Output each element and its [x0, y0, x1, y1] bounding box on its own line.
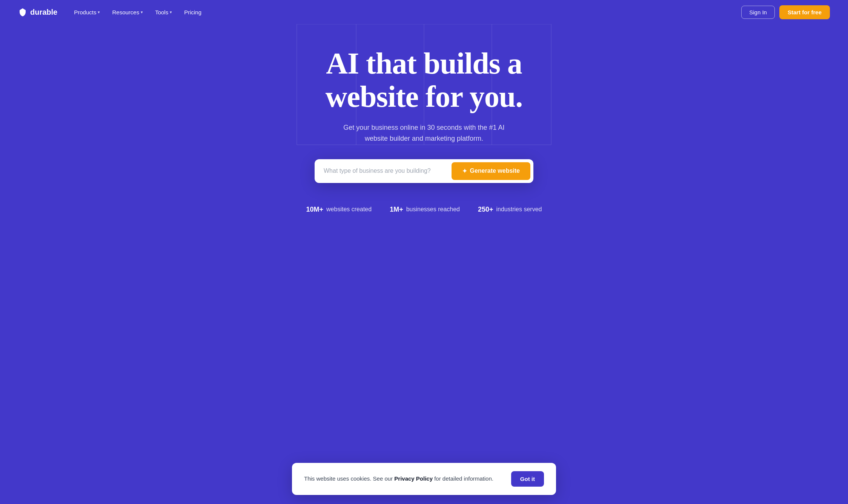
stat-industries: 250+ industries served — [478, 206, 542, 214]
hero-title: AI that builds a website for you. — [292, 47, 556, 113]
hero-content: AI that builds a website for you. Get yo… — [0, 47, 848, 214]
nav-products[interactable]: Products ▾ — [69, 6, 104, 18]
signin-button[interactable]: Sign In — [741, 6, 775, 19]
hero-section: .grid-line { stroke: rgba(255,255,255,0.… — [0, 24, 848, 244]
cookie-text: This website uses cookies. See our Priva… — [304, 475, 499, 483]
stat-websites: 10M+ websites created — [306, 206, 372, 214]
navbar: durable Products ▾ Resources ▾ Tools ▾ P… — [0, 0, 848, 24]
nav-links: Products ▾ Resources ▾ Tools ▾ Pricing — [69, 6, 206, 18]
stat-industries-number: 250+ — [478, 206, 493, 214]
nav-pricing[interactable]: Pricing — [180, 6, 206, 18]
nav-resources[interactable]: Resources ▾ — [108, 6, 147, 18]
stat-businesses-number: 1M+ — [390, 206, 403, 214]
sparkle-icon: ✦ — [462, 167, 467, 175]
stat-businesses-label: businesses reached — [406, 206, 460, 213]
stat-businesses: 1M+ businesses reached — [390, 206, 460, 214]
chevron-down-icon: ▾ — [141, 10, 143, 15]
generate-website-button[interactable]: ✦ Generate website — [452, 162, 531, 180]
stat-websites-label: websites created — [326, 206, 372, 213]
nav-left: durable Products ▾ Resources ▾ Tools ▾ P… — [18, 6, 206, 18]
search-box: ✦ Generate website — [315, 159, 533, 183]
stats-row: 10M+ websites created 1M+ businesses rea… — [306, 206, 542, 214]
stat-industries-label: industries served — [496, 206, 542, 213]
start-free-button[interactable]: Start for free — [779, 5, 830, 19]
business-type-input[interactable] — [324, 167, 452, 174]
logo-icon — [18, 8, 27, 17]
hero-subtitle: Get your business online in 30 seconds w… — [333, 122, 515, 144]
nav-tools[interactable]: Tools ▾ — [151, 6, 177, 18]
chevron-down-icon: ▾ — [170, 10, 172, 15]
got-it-button[interactable]: Got it — [511, 471, 544, 487]
chevron-down-icon: ▾ — [98, 10, 100, 15]
logo[interactable]: durable — [18, 8, 57, 17]
brand-name: durable — [30, 8, 57, 17]
nav-right: Sign In Start for free — [741, 5, 830, 19]
cookie-banner: This website uses cookies. See our Priva… — [292, 463, 556, 495]
stat-websites-number: 10M+ — [306, 206, 324, 214]
